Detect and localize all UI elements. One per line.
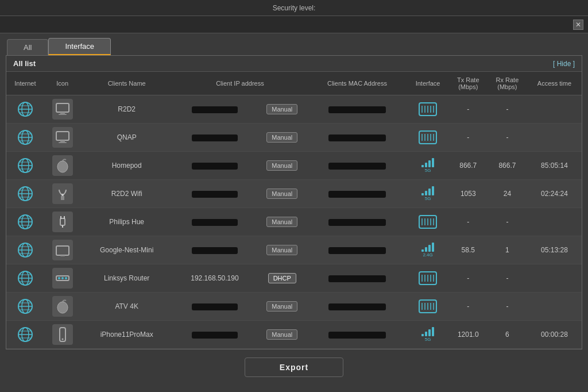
- ip-blurred: [192, 303, 238, 310]
- table-row[interactable]: HomepodManual 5G 866.7866.785:05:14: [6, 152, 582, 180]
- device-icon-box: [52, 127, 73, 148]
- svg-rect-41: [61, 194, 64, 196]
- cell-client-name: R2D2: [81, 95, 173, 124]
- ip-blurred: [192, 247, 238, 254]
- mac-blurred: [328, 134, 386, 141]
- wifi-bar-2: [425, 332, 427, 336]
- cell-assign: Manual: [257, 208, 307, 236]
- cell-mac: [307, 124, 407, 152]
- cell-tx: -: [449, 264, 488, 293]
- mac-blurred: [328, 247, 386, 254]
- assign-badge: Manual: [266, 132, 297, 143]
- cell-internet: [6, 208, 44, 236]
- cell-ip: [173, 124, 257, 152]
- cell-client-name: R2D2 Wifi: [81, 180, 173, 208]
- assign-badge: Manual: [266, 104, 297, 114]
- table-row[interactable]: iPhone11ProMaxManual 5G 1201.0600:00:28: [6, 321, 582, 349]
- band-label: 5G: [425, 337, 431, 342]
- ip-blurred: [192, 163, 238, 170]
- table-row[interactable]: R2D2 WifiManual 5G 10532402:24:24: [6, 180, 582, 208]
- wifi-bar-2: [425, 191, 427, 195]
- wifi-bar-3: [428, 329, 431, 336]
- cell-client-name: Google-Nest-Mini: [81, 236, 173, 264]
- device-icon-box: [52, 296, 73, 317]
- wifi-bar-4: [432, 243, 434, 252]
- cell-tx: 866.7: [449, 152, 488, 180]
- cell-device-icon: [44, 236, 81, 264]
- cell-tx: -: [449, 293, 488, 321]
- table-row[interactable]: Google-Nest-MiniManual 2.4G 58.5105:13:2…: [6, 236, 582, 264]
- mac-blurred: [328, 106, 386, 113]
- wifi-bars: [421, 186, 434, 195]
- assign-badge: Manual: [266, 301, 297, 312]
- cell-rx: 6: [488, 321, 527, 349]
- table-row[interactable]: QNAPManual --: [6, 124, 582, 152]
- cell-assign: Manual: [257, 293, 307, 321]
- tab-all[interactable]: All: [7, 39, 48, 55]
- band-label: 5G: [425, 196, 431, 201]
- table-row[interactable]: R2D2Manual --: [6, 95, 582, 124]
- cell-device-icon: [44, 95, 81, 124]
- band-label: 2.4G: [423, 252, 432, 258]
- cell-rx: -: [488, 264, 527, 293]
- wifi-bar-3: [428, 245, 431, 252]
- cell-device-icon: [44, 124, 81, 152]
- security-bar: Security level:: [0, 0, 588, 16]
- cell-interface: [407, 293, 449, 321]
- svg-rect-6: [60, 112, 65, 114]
- col-access: Access time: [527, 72, 582, 95]
- hide-button[interactable]: [ Hide ]: [553, 60, 575, 68]
- assign-badge: Manual: [266, 245, 297, 255]
- cell-rx: 866.7: [488, 152, 527, 180]
- wifi-bar-4: [432, 186, 434, 195]
- tab-row: All Interface: [0, 33, 588, 55]
- cell-interface: [407, 208, 449, 236]
- cell-access-time: [527, 95, 582, 124]
- col-mac: Clients MAC Address: [307, 72, 407, 95]
- mac-blurred: [328, 275, 386, 282]
- tab-interface[interactable]: Interface: [48, 38, 111, 55]
- globe-icon: [16, 100, 34, 118]
- col-icon: Icon: [44, 72, 81, 95]
- cell-rx: -: [488, 293, 527, 321]
- wifi-bar-4: [432, 158, 434, 167]
- cell-mac: [307, 293, 407, 321]
- cell-mac: [307, 180, 407, 208]
- cell-rx: -: [488, 124, 527, 152]
- cell-ip: [173, 293, 257, 321]
- cell-device-icon: [44, 152, 81, 180]
- close-button[interactable]: ✕: [573, 20, 583, 30]
- band-label: 5G: [425, 168, 431, 173]
- device-icon-box: [52, 183, 73, 204]
- cell-internet: [6, 95, 44, 124]
- wifi-bar-1: [421, 165, 424, 167]
- cell-assign: Manual: [257, 236, 307, 264]
- list-header: All list [ Hide ]: [6, 56, 582, 72]
- wifi-bar-2: [425, 247, 427, 252]
- cell-assign: Manual: [257, 180, 307, 208]
- cell-device-icon: [44, 293, 81, 321]
- svg-rect-19: [56, 132, 69, 140]
- clients-table: Internet Icon Clients Name Client IP add…: [6, 72, 582, 349]
- device-icon-box: [52, 268, 73, 289]
- svg-rect-47: [60, 218, 65, 225]
- col-rx: Rx Rate(Mbps): [488, 72, 527, 95]
- cell-internet: [6, 236, 44, 264]
- col-tx: Tx Rate(Mbps): [449, 72, 488, 95]
- cell-access-time: 05:13:28: [527, 236, 582, 264]
- cell-interface: [407, 124, 449, 152]
- cell-ip: [173, 180, 257, 208]
- col-name: Clients Name: [81, 72, 173, 95]
- globe-icon: [16, 297, 34, 316]
- table-row[interactable]: Philips HueManual --: [6, 208, 582, 236]
- cell-interface: 2.4G: [407, 236, 449, 264]
- cell-access-time: 00:00:28: [527, 321, 582, 349]
- globe-icon: [16, 128, 34, 147]
- export-button[interactable]: Export: [245, 358, 343, 377]
- table-row[interactable]: Linksys Router192.168.50.190DHCP --: [6, 264, 582, 293]
- cell-client-name: QNAP: [81, 124, 173, 152]
- svg-rect-20: [60, 140, 65, 142]
- wifi-bars: [421, 327, 434, 336]
- cell-assign: Manual: [257, 95, 307, 124]
- table-row[interactable]: ATV 4KManual --: [6, 293, 582, 321]
